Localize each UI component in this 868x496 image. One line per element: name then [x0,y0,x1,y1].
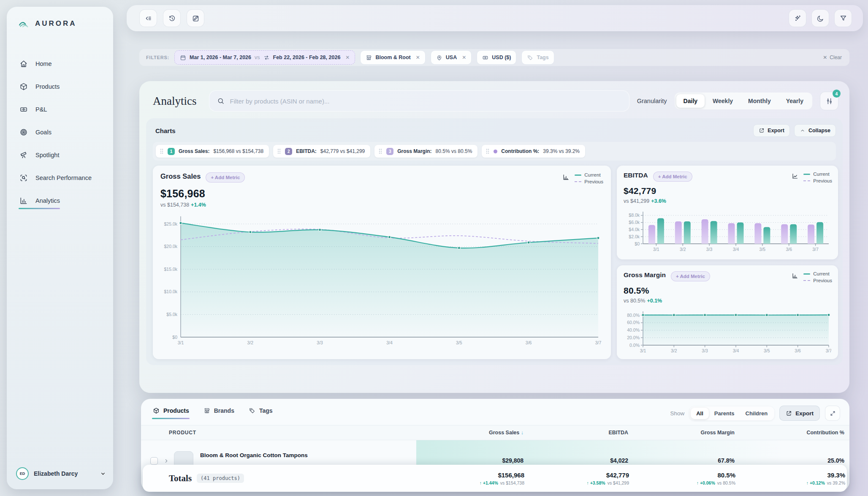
totals-change: ↑ +1.44% [480,480,498,485]
sidebar-item-products[interactable]: Products [17,77,105,96]
granularity-monthly[interactable]: Monthly [741,94,778,108]
charts-collapse-button[interactable]: Collapse [794,124,836,137]
chevron-right-icon[interactable] [163,458,170,464]
country-filter-chip[interactable]: USA ✕ [431,50,472,65]
show-parents[interactable]: Parents [709,408,740,419]
svg-text:3/4: 3/4 [733,348,739,353]
tab-products[interactable]: Products [153,407,189,419]
product-search[interactable] [209,90,629,112]
gross-sales-chart[interactable]: $0$5.0k$10.0k$15.0k$20.0k$25.0k3/13/23/3… [160,213,603,349]
chart-legend: Current Previous [803,271,832,283]
analytics-panel: Analytics Granularity Daily Weekly Month… [139,81,849,393]
currency-filter-label: USD ($) [492,55,511,60]
gross-margin-comparison: vs 80.5%+0.1% [624,298,832,304]
row-checkbox[interactable] [150,457,158,465]
totals-label: Totals [169,473,192,484]
sidebar-item-spotlight[interactable]: Spotlight [17,145,105,165]
granularity-label: Granularity [637,98,667,104]
toolbar-right-group [789,9,852,27]
tab-tags[interactable]: Tags [249,407,273,419]
brand-filter-chip[interactable]: Bloom & Root ✕ [360,50,425,65]
add-metric-button[interactable]: + Add Metric [671,271,710,281]
edit-button[interactable] [187,9,204,27]
filter-button[interactable] [834,9,852,27]
expand-table-button[interactable] [825,406,840,421]
column-header-gross-sales[interactable]: Gross Sales ↓ [456,430,524,436]
add-metric-button[interactable]: + Add Metric [653,172,692,182]
column-header-ebitda[interactable]: EBITDA [561,430,628,436]
drag-handle-icon [277,148,281,154]
sidebar-item-search-performance[interactable]: Search Performance [17,168,105,188]
gross-margin-chart[interactable]: 0.0%20.0%40.0%60.0%80.0%3/13/23/33/43/53… [624,309,831,356]
banknote-icon [482,55,488,61]
show-all[interactable]: All [691,408,709,419]
currency-filter-chip[interactable]: USD ($) [477,50,516,65]
show-children[interactable]: Children [740,408,773,419]
chart-legend: Current Previous [803,172,832,183]
sidebar-item-pnl[interactable]: P&L [17,100,105,119]
column-header-gross-margin[interactable]: Gross Margin [667,430,735,436]
charts-grid: Gross Sales + Add Metric Current Previou… [153,166,836,359]
cell-gross-margin: 67.8% [667,457,735,464]
granularity-daily[interactable]: Daily [676,94,705,108]
metric-chip-ebitda[interactable]: 2 EBITDA: $42,779 vs $41,299 [273,145,370,158]
sidebar-item-goals[interactable]: Goals [17,123,105,142]
wave-logo-icon [19,19,30,28]
svg-text:40.0%: 40.0% [627,327,640,332]
tags-filter-chip[interactable]: Tags [521,50,554,65]
clear-filters-button[interactable]: ✕ Clear [823,55,842,60]
date-range-filter-chip[interactable]: Mar 1, 2026 - Mar 7, 2026 vs Feb 22, 202… [174,50,355,65]
totals-change: ↑ +0.12% [806,480,825,485]
sidebar-item-home[interactable]: Home [17,54,105,74]
chart-type-bar-icon[interactable] [562,174,570,181]
telescope-icon [19,151,28,159]
user-menu[interactable]: ED Elizabeth Darcy [16,467,106,480]
metric-chip-contribution[interactable]: Contribution %: 39.3% vs 39.2% [482,145,585,158]
column-header-contribution[interactable]: Contribution % [777,430,844,436]
dark-mode-button[interactable] [811,9,829,27]
app: AURORA Home Products P&L Goals Spotlight [0,0,868,496]
legend-previous-swatch [803,180,810,181]
table-export-button[interactable]: Export [779,406,820,421]
gross-sales-card: Gross Sales + Add Metric Current Previou… [153,166,611,359]
metric-chip-gross-margin[interactable]: 3 Gross Margin: 80.5% vs 80.5% [374,145,477,158]
box-icon [19,82,28,91]
charts-export-button[interactable]: Export [753,124,790,137]
svg-text:3/7: 3/7 [595,340,602,345]
tab-brands[interactable]: Brands [203,407,234,419]
product-name[interactable]: Bloom & Root Organic Cotton Tampons [200,452,308,458]
filters-bar: FILTERS: Mar 1, 2026 - Mar 7, 2026 vs Fe… [139,49,849,66]
table-tabs-row: Products Brands Tags Show All Parents Ch… [141,399,849,425]
chart-legend: Current Previous [575,172,603,184]
banknote-icon [19,105,28,114]
svg-text:$0: $0 [172,335,177,340]
remove-country-filter-icon[interactable]: ✕ [462,55,466,60]
drag-handle-icon [486,148,490,154]
ai-assistant-button[interactable] [789,9,806,27]
export-icon [786,410,792,417]
chart-type-bar-icon[interactable] [792,273,798,279]
metric-chip-gross-sales[interactable]: 1 Gross Sales: $156,968 vs $154,738 [156,145,269,158]
metric-order-badge: 1 [168,148,175,155]
sidebar-item-analytics[interactable]: Analytics [17,191,105,210]
svg-text:20.0%: 20.0% [627,335,640,340]
search-input[interactable] [230,98,621,105]
column-header-product[interactable]: PRODUCT [169,430,196,436]
remove-date-filter-icon[interactable]: ✕ [345,55,350,60]
add-metric-button[interactable]: + Add Metric [206,172,245,183]
page-title: Analytics [153,95,196,108]
ebitda-chart[interactable]: $0$2.0k$4.0k$6.0k$8.0k3/13/23/33/43/53/6… [624,209,831,255]
svg-text:$5.0k: $5.0k [166,312,177,317]
cell-contribution: 25.0% [777,457,844,464]
history-button[interactable] [163,9,181,27]
chart-type-line-icon[interactable] [792,173,798,180]
svg-text:3/1: 3/1 [640,348,646,353]
granularity-yearly[interactable]: Yearly [779,94,811,108]
svg-text:3/5: 3/5 [764,348,770,353]
collapse-sidebar-button[interactable] [139,9,157,27]
totals-change: ↑ +0.06% [697,480,715,485]
remove-brand-filter-icon[interactable]: ✕ [416,55,420,60]
granularity-weekly[interactable]: Weekly [705,94,740,108]
totals-gross-sales: $156,968 ↑ +1.44%vs $154,738 [444,471,524,485]
metric-settings-button[interactable]: 4 [820,92,838,110]
